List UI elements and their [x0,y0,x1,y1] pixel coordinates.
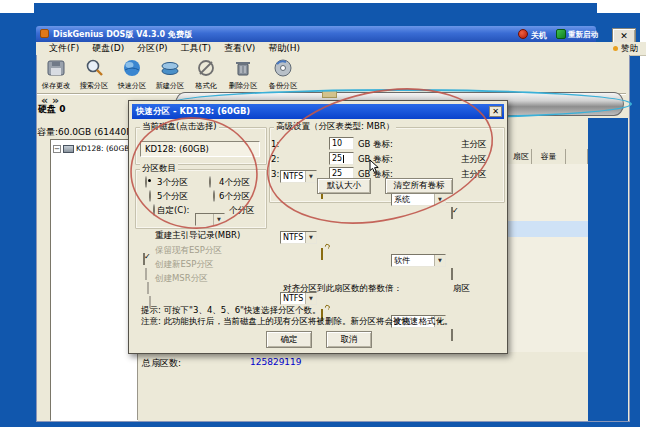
row1-filesystem-combobox[interactable]: NTFS▼ [280,170,317,183]
row2-unlock-icon[interactable] [321,248,323,260]
sponsor-icon [613,46,618,51]
new-partition-icon [159,70,181,80]
total-sectors-label: 总扇区数: [142,357,181,370]
radio-6-partitions-label[interactable]: 6个分区 [219,191,250,203]
custom-count-combobox: ▼ [195,213,225,226]
dialog-tip-2: 注意: 此功能执行后，当前磁盘上的现有分区将被删除。新分区将会被快速格式化。 [141,316,501,328]
chevron-down-icon: ▼ [213,214,224,225]
quick-partition-dialog: 快速分区 - KD128: (60GB) ✕ 当前磁盘(点击选择) KD128:… [128,100,508,354]
radio-4-partitions-label[interactable]: 4个分区 [219,177,250,189]
row1-index: 1: [271,139,279,149]
chevron-down-icon[interactable]: ▼ [434,255,445,266]
radio-custom-count[interactable] [153,204,155,216]
row2-filesystem-combobox[interactable]: NTFS▼ [280,231,317,244]
toolbar-search-partition-button[interactable]: 搜索分区 [75,58,113,91]
chevron-down-icon[interactable]: ▼ [434,194,445,205]
row2-volume-combobox[interactable]: 软件▼ [391,254,446,267]
column-sector[interactable]: 扇区 [506,149,532,164]
create-esp-label: 创建新ESP分区 [155,259,213,271]
shutdown-button[interactable]: 关机 [531,30,547,41]
trash-icon [232,70,254,80]
restart-button[interactable]: 重新启动 [568,30,598,40]
create-msr-label: 创建MSR分区 [155,273,208,285]
row1-size-value: 10 [332,139,342,148]
text-caret [343,155,344,163]
tree-expand-icon[interactable]: − [53,145,61,153]
row3-index: 3: [271,169,279,179]
menu-partition[interactable]: 分区(P) [137,42,167,55]
align-sectors-label[interactable]: 对齐分区到此扇区数的整数倍： [283,283,402,295]
row1-volume-caption: 卷标: [373,139,393,151]
row2-size-input[interactable]: 25 [329,152,354,165]
column-capacity[interactable]: 容量 [532,149,566,164]
row2-filesystem-value: NTFS [283,233,303,242]
row2-primary-label[interactable]: 主分区 [461,154,487,166]
quick-partition-icon [121,70,143,80]
radio-5-partitions[interactable] [149,190,151,202]
menu-sponsor[interactable]: 赞助 [621,43,638,55]
row2-volume-value: 软件 [394,256,410,265]
toolbar-quick-partition-button[interactable]: 快速分区 [113,58,151,91]
rebuild-mbr-checkbox[interactable] [143,253,145,265]
menu-tools[interactable]: 工具(T) [181,42,212,55]
menu-file[interactable]: 文件(F) [49,42,79,55]
radio-custom-count-label[interactable]: 自定(C): [157,205,189,217]
toolbar-backup-partition-button[interactable]: 备份分区 [263,58,303,91]
clear-labels-button[interactable]: 清空所有卷标 [385,178,453,194]
radio-5-partitions-label[interactable]: 5个分区 [157,191,188,203]
toolbar-format-button[interactable]: 格式化 [189,58,223,91]
desktop-background-top [34,3,597,13]
radio-6-partitions[interactable] [213,190,215,202]
screenshot-root: { "colors": { "desktop": "#1157ad", "ann… [0,0,646,432]
toolbar-new-partition-button[interactable]: 新建分区 [151,58,189,91]
radio-4-partitions[interactable] [209,176,211,188]
row1-volume-value: 系统 [394,195,410,204]
rebuild-mbr-label[interactable]: 重建主引导记录(MBR) [155,230,240,242]
app-icon [40,29,49,38]
current-disk-field[interactable]: KD128: (60GB) [140,141,260,157]
row1-volume-combobox[interactable]: 系统▼ [391,193,446,206]
restart-icon [556,29,566,39]
current-disk-group-label: 当前磁盘(点击选择) [140,121,219,133]
partition-count-group-label: 分区数目 [140,163,178,175]
chevron-down-icon[interactable]: ▼ [305,171,316,182]
row3-size-value: 25 [332,169,342,178]
row2-primary-checkbox[interactable] [451,268,453,280]
list-column-header: 扇区 容量 [506,149,588,165]
row1-primary-checkbox[interactable] [451,207,453,219]
app-titlebar[interactable]: DiskGenius DOS版 V4.3.0 免费版 关机 重新启动 [36,26,596,42]
row3-primary-label[interactable]: 主分区 [461,169,487,181]
backup-disc-icon [272,70,294,80]
create-esp-checkbox [147,282,149,294]
default-size-button[interactable]: 默认大小 [317,178,371,194]
partition-list-area[interactable] [506,164,588,352]
row1-unit: GB [358,139,370,149]
radio-3-partitions-label[interactable]: 3个分区 [157,177,188,189]
dialog-close-button[interactable]: ✕ [489,106,502,117]
column-extra [566,149,588,164]
row1-primary-label[interactable]: 主分区 [461,139,487,151]
radio-3-partitions[interactable] [145,176,147,188]
format-icon [195,70,217,80]
toolbar-save-button[interactable]: 保存更改 [37,58,75,91]
advanced-settings-group-label: 高级设置（分区表类型: MBR） [274,121,396,133]
dialog-titlebar[interactable]: 快速分区 - KD128: (60GB) ✕ [132,104,504,119]
row1-size-input[interactable]: 10 [329,137,354,150]
ok-button[interactable]: 确定 [266,331,312,348]
main-toolbar: 保存更改 搜索分区 快速分区 新建分区 格式化 删除分区 备份分区 [37,58,303,91]
keep-esp-label: 保留现有ESP分区 [155,245,222,257]
keep-esp-checkbox [145,268,147,280]
chevron-down-icon[interactable]: ▼ [305,232,316,243]
cancel-button[interactable]: 取消 [326,331,372,348]
total-sectors-value: 125829119 [250,357,302,367]
menu-help[interactable]: 帮助(H) [268,42,300,55]
disk-label: 硬盘 0 [38,103,65,116]
tree-item-disk[interactable]: − KD128: (60GB) [53,144,137,153]
selected-row-highlight [506,221,588,237]
menu-view[interactable]: 查看(V) [224,42,255,55]
dialog-title: 快速分区 - KD128: (60GB) [136,106,250,118]
menu-disk[interactable]: 硬盘(D) [92,42,124,55]
toolbar-delete-partition-button[interactable]: 删除分区 [223,58,263,91]
mouse-cursor [369,159,380,174]
row3-primary-checkbox[interactable] [451,329,453,341]
